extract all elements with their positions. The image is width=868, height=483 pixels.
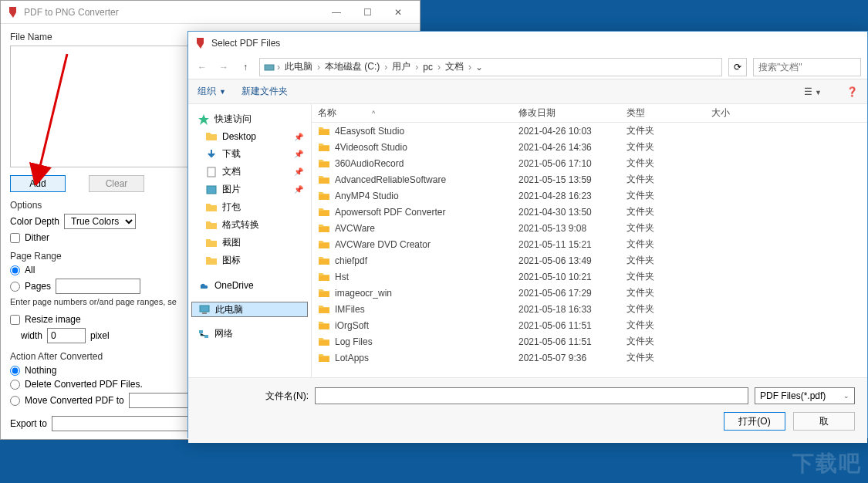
crumb[interactable]: 文档 [442,60,467,73]
organize-button[interactable]: 组织 ▼ [198,85,226,98]
filename-input[interactable] [315,387,748,404]
maximize-button[interactable]: ☐ [352,2,383,23]
col-date[interactable]: 修改日期 [512,106,620,120]
tree-item[interactable]: 格式转换 [191,216,308,234]
file-type: 文件夹 [620,335,705,348]
onedrive-node[interactable]: OneDrive [191,277,308,294]
width-input[interactable] [47,328,86,343]
app-icon [7,6,19,19]
file-name: IMFiles [335,304,365,315]
file-row[interactable]: chiefpdf2021-05-06 13:49文件夹 [312,252,867,269]
delete-radio[interactable] [10,380,20,390]
tree-item[interactable]: 图标 [191,252,308,269]
thispc-node[interactable]: 此电脑 [191,302,308,317]
svg-rect-6 [199,330,203,333]
col-type[interactable]: 类型 [620,106,705,120]
file-row[interactable]: 4Videosoft Studio2021-04-26 14:36文件夹 [312,139,867,155]
tree-item[interactable]: 图片📌 [191,181,308,198]
file-row[interactable]: AnyMP4 Studio2021-04-28 16:23文件夹 [312,187,867,204]
folder-icon [318,320,330,331]
file-row[interactable]: AdvancedReliableSoftware2021-05-15 13:59… [312,171,867,187]
folder-icon [318,336,330,347]
pages-radio[interactable] [10,282,20,292]
col-name[interactable]: 名称^ [312,106,512,120]
newfolder-button[interactable]: 新建文件夹 [241,85,288,98]
file-date: 2021-05-11 15:21 [512,239,620,250]
file-row[interactable]: LotApps2021-05-07 9:36文件夹 [312,350,867,366]
folder-icon [318,353,330,363]
file-date: 2021-04-28 16:23 [512,191,620,201]
breadcrumb-dropdown[interactable]: ⌄ [473,62,485,73]
close-button[interactable]: ✕ [383,2,414,23]
file-row[interactable]: 4Easysoft Studio2021-04-26 10:03文件夹 [312,123,867,139]
tree-item[interactable]: 打包 [191,198,308,216]
resize-checkbox[interactable] [10,315,20,325]
folder-icon [318,223,330,234]
file-row[interactable]: iOrgSoft2021-05-06 11:51文件夹 [312,317,867,333]
all-radio[interactable] [10,265,20,275]
file-name: 4Easysoft Studio [335,126,404,137]
quickaccess-node[interactable]: 快速访问 [191,110,308,128]
file-row[interactable]: Apowersoft PDF Converter2021-04-30 13:50… [312,204,867,220]
file-date: 2021-05-15 13:59 [512,174,620,185]
file-date: 2021-04-26 14:36 [512,142,620,153]
file-row[interactable]: Log Files2021-05-06 11:51文件夹 [312,333,867,350]
up-button[interactable]: ↑ [238,59,253,75]
file-type: 文件夹 [620,286,705,299]
move-radio[interactable] [10,396,20,406]
open-button[interactable]: 打开(O) [724,412,785,431]
add-button[interactable]: Add [10,175,66,192]
crumb[interactable]: 用户 [389,60,414,73]
file-row[interactable]: AVCWare2021-05-13 9:08文件夹 [312,220,867,236]
file-list-panel: 名称^ 修改日期 类型 大小 4Easysoft Studio2021-04-2… [312,104,867,377]
minimize-button[interactable]: — [321,2,352,23]
file-row[interactable]: imageocr_win2021-05-06 17:29文件夹 [312,285,867,301]
file-row[interactable]: Hst2021-05-10 10:21文件夹 [312,269,867,285]
colordepth-select[interactable]: True Colors [64,214,136,229]
network-node[interactable]: 网络 [191,325,308,343]
back-button[interactable]: ← [194,59,210,75]
col-size[interactable]: 大小 [705,106,767,120]
breadcrumb[interactable]: › 此电脑› 本地磁盘 (C:)› 用户› pc› 文档› ⌄ [259,58,722,76]
nothing-radio[interactable] [10,366,20,376]
file-date: 2021-05-06 11:51 [512,320,620,331]
dither-label: Dither [25,232,49,243]
cancel-button[interactable]: 取 [793,412,855,431]
window-title: PDF to PNG Converter [24,7,321,18]
tree-item[interactable]: Desktop📌 [191,128,308,145]
refresh-button[interactable]: ⟳ [728,58,747,76]
dialog-footer: 文件名(N): PDF Files(*.pdf)⌄ 打开(O) 取 [188,377,867,443]
pin-icon: 📌 [294,167,303,176]
view-button[interactable]: ☰ ▼ [804,86,822,97]
pages-input[interactable] [56,279,140,294]
file-date: 2021-05-07 9:36 [512,353,620,363]
file-type: 文件夹 [620,254,705,267]
file-type: 文件夹 [620,221,705,235]
folder-icon [318,288,330,299]
crumb-sep: › [277,62,280,73]
clear-button[interactable]: Clear [89,175,144,192]
tree-item[interactable]: 截图 [191,234,308,252]
svg-rect-4 [200,306,209,312]
annotation-arrow [29,46,75,185]
tree-item[interactable]: 文档📌 [191,163,308,181]
crumb[interactable]: pc [420,62,436,73]
dither-checkbox[interactable] [10,233,20,243]
crumb[interactable]: 本地磁盘 (C:) [322,60,383,73]
crumb[interactable]: 此电脑 [282,60,316,73]
dialog-nav: ← → ↑ › 此电脑› 本地磁盘 (C:)› 用户› pc› 文档› ⌄ ⟳ [188,55,867,79]
filetype-select[interactable]: PDF Files(*.pdf)⌄ [755,387,855,404]
dialog-body: 快速访问 Desktop📌 下载📌 文档📌 图片📌 打包 格式转换 截图 图标 … [188,104,867,377]
nav-tree[interactable]: 快速访问 Desktop📌 下载📌 文档📌 图片📌 打包 格式转换 截图 图标 … [188,104,312,377]
help-button[interactable]: ❓ [846,86,858,97]
file-row[interactable]: 360AudioRecord2021-05-06 17:10文件夹 [312,155,867,171]
file-type: 文件夹 [620,319,705,332]
file-date: 2021-04-30 13:50 [512,207,620,218]
file-row[interactable]: AVCWare DVD Creator2021-05-11 15:21文件夹 [312,236,867,252]
pin-icon: 📌 [294,185,303,194]
file-row[interactable]: IMFiles2021-05-18 16:33文件夹 [312,301,867,317]
search-input[interactable] [753,58,861,76]
forward-button[interactable]: → [216,59,231,75]
tree-item[interactable]: 下载📌 [191,145,308,163]
file-date: 2021-05-13 9:08 [512,223,620,234]
